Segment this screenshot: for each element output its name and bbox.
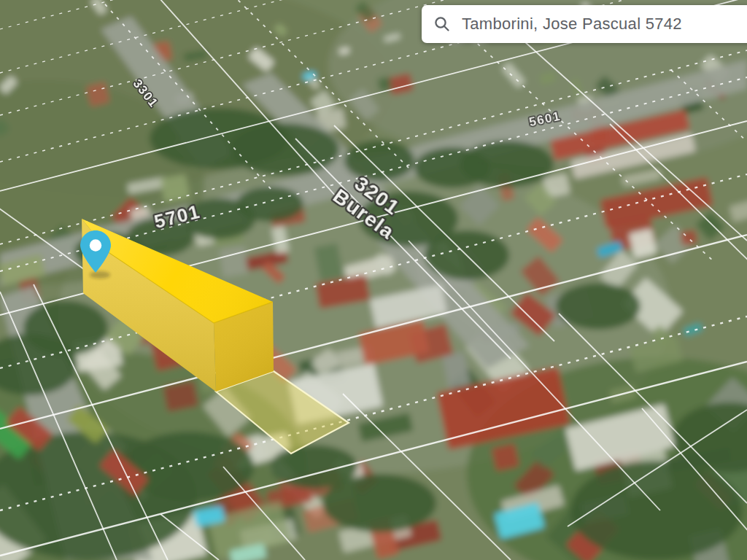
pin-shadow [90,271,110,279]
search-bar[interactable] [422,5,747,43]
map-3d-view[interactable]: 330157013201Burela5601 [0,0,747,560]
search-icon [433,15,451,33]
pin-dot [90,239,101,251]
map-canvas: 330157013201Burela5601 [0,0,747,560]
search-input[interactable] [460,14,744,34]
